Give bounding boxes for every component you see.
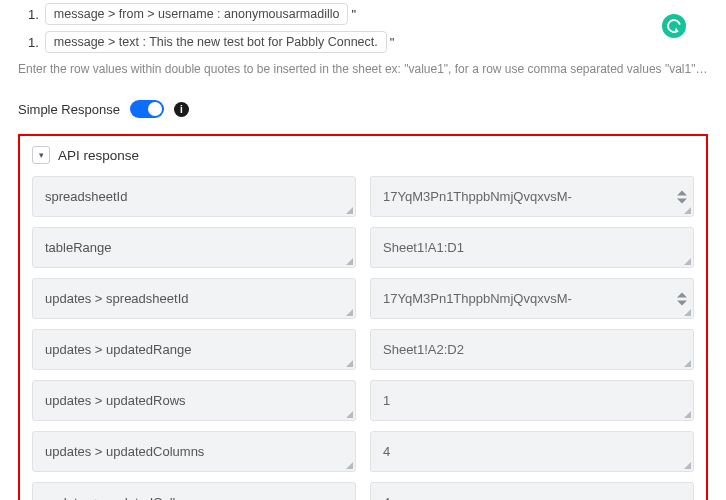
- resize-handle-icon: [682, 205, 692, 215]
- resize-handle-icon: [682, 256, 692, 266]
- resize-handle-icon: [682, 358, 692, 368]
- resize-handle-icon: [344, 358, 354, 368]
- api-response-header: ▾ API response: [32, 146, 694, 164]
- resize-handle-icon: [344, 460, 354, 470]
- mapped-fields-list: 1. message > from > username : anonymous…: [28, 0, 708, 56]
- simple-response-row: Simple Response i: [18, 100, 708, 118]
- api-row: updates > spreadsheetId17YqM3Pn1ThppbNmj…: [32, 278, 694, 319]
- api-row: tableRangeSheet1!A1:D1: [32, 227, 694, 268]
- api-row: updates > updatedRangeSheet1!A2:D2: [32, 329, 694, 370]
- number-stepper[interactable]: [677, 292, 689, 305]
- chevron-up-icon: [677, 292, 687, 297]
- api-row-key[interactable]: updates > updatedColumns: [32, 431, 356, 472]
- mapped-field-item: 1. message > text : This the new test bo…: [28, 28, 708, 56]
- api-row-value[interactable]: 17YqM3Pn1ThppbNmjQvqxvsM-: [370, 278, 694, 319]
- api-row-value[interactable]: Sheet1!A2:D2: [370, 329, 694, 370]
- api-row-value[interactable]: Sheet1!A1:D1: [370, 227, 694, 268]
- grammarly-icon[interactable]: [662, 14, 686, 38]
- chevron-down-icon: [677, 198, 687, 203]
- api-response-title: API response: [58, 148, 139, 163]
- api-row-value[interactable]: 17YqM3Pn1ThppbNmjQvqxvsM-: [370, 176, 694, 217]
- api-row-key[interactable]: spreadsheetId: [32, 176, 356, 217]
- simple-response-toggle[interactable]: [130, 100, 164, 118]
- resize-handle-icon: [682, 460, 692, 470]
- list-number: 1.: [28, 35, 39, 50]
- api-row: updates > updatedRows1: [32, 380, 694, 421]
- list-number: 1.: [28, 7, 39, 22]
- field-path: message > from > username :: [54, 7, 221, 21]
- api-row-value[interactable]: 1: [370, 380, 694, 421]
- api-row-value[interactable]: 4: [370, 431, 694, 472]
- simple-response-label: Simple Response: [18, 102, 120, 117]
- resize-handle-icon: [682, 409, 692, 419]
- api-row-key[interactable]: tableRange: [32, 227, 356, 268]
- resize-handle-icon: [682, 307, 692, 317]
- helper-text: Enter the row values within double quote…: [18, 62, 708, 76]
- api-row-key[interactable]: updates > updatedRows: [32, 380, 356, 421]
- mapped-field-item: 1. message > from > username : anonymous…: [28, 0, 708, 28]
- info-icon[interactable]: i: [174, 102, 189, 117]
- chevron-down-icon: ▾: [39, 150, 44, 160]
- api-row: updates > updatedCells4: [32, 482, 694, 500]
- resize-handle-icon: [344, 256, 354, 266]
- field-path: message > text :: [54, 35, 146, 49]
- api-row: updates > updatedColumns4: [32, 431, 694, 472]
- field-pill[interactable]: message > from > username : anonymousarm…: [45, 3, 349, 25]
- api-row-key[interactable]: updates > updatedRange: [32, 329, 356, 370]
- api-row-key[interactable]: updates > spreadsheetId: [32, 278, 356, 319]
- number-stepper[interactable]: [677, 190, 689, 203]
- collapse-button[interactable]: ▾: [32, 146, 50, 164]
- resize-handle-icon: [344, 409, 354, 419]
- field-value: This the new test bot for Pabbly Connect…: [149, 35, 378, 49]
- api-row-value[interactable]: 4: [370, 482, 694, 500]
- quote-mark: ": [351, 7, 356, 22]
- api-response-panel: ▾ API response spreadsheetId17YqM3Pn1Thp…: [18, 134, 708, 500]
- chevron-down-icon: [677, 300, 687, 305]
- resize-handle-icon: [344, 307, 354, 317]
- chevron-up-icon: [677, 190, 687, 195]
- resize-handle-icon: [344, 205, 354, 215]
- quote-mark: ": [390, 35, 395, 50]
- api-row-key[interactable]: updates > updatedCells: [32, 482, 356, 500]
- api-row: spreadsheetId17YqM3Pn1ThppbNmjQvqxvsM-: [32, 176, 694, 217]
- field-value: anonymousarmadillo: [224, 7, 339, 21]
- field-pill[interactable]: message > text : This the new test bot f…: [45, 31, 387, 53]
